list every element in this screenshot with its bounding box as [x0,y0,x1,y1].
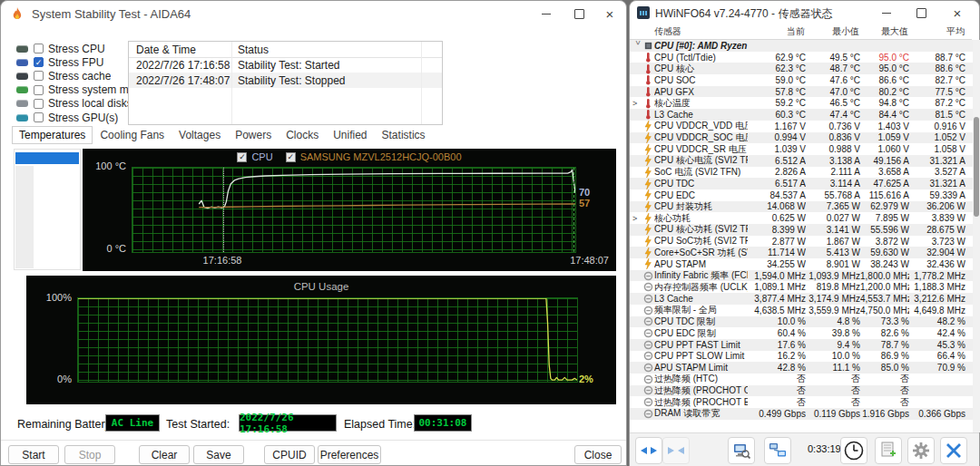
sensor-row[interactable]: CPU SOC59.0 °C47.6 °C86.6 °C82.7 °C [630,74,973,86]
sensor-row[interactable]: CPU 核心功耗 (SVI2 TFN)8.399 W3.141 W55.596 … [630,224,973,236]
stress-checkbox[interactable] [34,44,44,53]
sensor-row[interactable]: DRAM 读取带宽0.499 Gbps0.119 Gbps1.916 Gbps0… [630,408,973,420]
sensor-row[interactable]: >CPU [#0]: AMD Ryzen 7 6... [630,40,973,52]
stress-checkbox[interactable] [34,99,44,109]
collapse-arrow-icon[interactable]: > [633,41,642,51]
stress-checkbox[interactable]: ✓ [34,57,44,67]
remote-sensors-button[interactable] [764,437,791,464]
stress-option-row[interactable]: ✓Stress FPU [15,55,103,69]
legend-checkbox[interactable]: ✓ [286,152,296,162]
thermometer [642,98,653,109]
cpuid-button[interactable]: CPUID [264,445,315,464]
start-button[interactable]: Start [8,445,59,464]
sensor-row[interactable]: CPU PPT FAST Limit17.6 %9.4 %78.7 %45.3 … [630,339,973,351]
close-button[interactable]: Close [574,445,622,464]
minimize-icon[interactable] [873,4,900,22]
max-value: 55.596 W [860,225,909,235]
minimize-icon[interactable] [533,5,560,23]
sensor-row[interactable]: CPU 核心电流 (SVI2 TFN)6.512 A3.138 A49.156 … [630,155,973,167]
save-button[interactable]: Save [193,445,244,464]
min-value: 5.413 W [806,248,860,257]
stress-option-row[interactable]: Stress system memory [15,83,128,97]
scrollbar-track[interactable] [973,40,980,432]
sensor-row[interactable]: L3 Cache3,877.4 MHz3,174.9 MHz4,553.7 MH… [630,293,973,305]
expand-arrow-icon[interactable]: > [632,99,642,108]
sensor-row[interactable]: CPU TDC6.517 A3.114 A47.625 A31.321 A [630,178,973,189]
sensor-row[interactable]: CPU VDDCR_SR 电压 (SVI...1.039 V0.988 V1.0… [630,143,973,155]
tab-powers[interactable]: Powers [228,126,279,144]
avg-value: 48.2 % [909,316,965,326]
settings-button[interactable] [907,437,935,464]
expand-arrow-icon[interactable]: > [632,214,642,223]
sensor-row[interactable]: CPU VDDCR_VDD 电压 (S...1.167 V0.736 V1.40… [630,121,973,132]
exit-button[interactable] [940,437,967,464]
avg-value: 81.5 °C [909,110,965,120]
sensor-row[interactable]: CPU SoC功耗 (SVI2 TFN)2.877 W1.867 W3.872 … [630,236,973,248]
sensor-row[interactable]: CPU 封装功耗14.068 W7.365 W62.979 W36.206 W [630,201,973,213]
min-value: 39.8 % [806,328,860,338]
stress-option-row[interactable]: Stress cache [15,69,111,83]
avg-value: 3.527 A [909,167,965,177]
current-value: 59.0 °C [748,75,806,85]
max-value: 49.156 A [860,156,909,166]
logging-button[interactable] [875,437,902,464]
scrollbar-thumb[interactable] [974,117,979,217]
sensor-row[interactable]: CPU EDC84.537 A55.768 A115.616 A59.339 A [630,189,973,201]
collapse-columns-button[interactable] [662,437,690,464]
sensor-row[interactable]: CPU TDC 限制10.0 %4.8 %73.3 %48.2 % [630,316,973,328]
stress-option-row[interactable]: Stress local disks [15,97,128,111]
sensor-row[interactable]: CPU PPT SLOW Limit16.2 %10.0 %86.9 %66.4… [630,351,973,363]
sensor-row[interactable]: Infinity Fabric 频率 (FCLK)1,594.0 MHz1,09… [630,270,973,282]
sensor-row[interactable]: APU GFX57.8 °C47.0 °C80.2 °C77.5 °C [630,86,973,98]
min-value: 0.988 V [806,144,860,154]
sensor-row[interactable]: L3 Cache60.3 °C47.4 °C84.4 °C81.5 °C [630,109,973,121]
stop-button[interactable]: Stop [64,445,115,464]
sensor-row[interactable]: 频率限制 - 全局4,638.5 MHz3,559.9 MHz4,750.0 M… [630,305,973,316]
table-row[interactable]: 2022/7/26 17:16:58Stability Test: Starte… [129,57,442,73]
sensor-row[interactable]: 过热降频 (HTC)否否否 [630,374,973,385]
clear-button[interactable]: Clear [139,445,190,464]
current-value: 否 [748,396,806,409]
tab-clocks[interactable]: Clocks [279,126,326,144]
tab-statistics[interactable]: Statistics [375,126,433,144]
preferences-button[interactable]: Preferences [318,445,381,464]
table-row[interactable]: 2022/7/26 17:48:07Stability Test: Stoppe… [129,73,442,88]
gauge [642,351,653,362]
tab-voltages[interactable]: Voltages [172,126,228,144]
sensor-row[interactable]: APU STAPM34.255 W8.901 W38.243 W32.436 W [630,258,973,270]
stress-checkbox[interactable] [34,71,44,81]
tab-unified[interactable]: Unified [326,126,374,144]
sensor-row[interactable]: 过热降频 (PROCHOT CPU)否否否 [630,385,973,397]
sensor-row[interactable]: Core+SoC+SR 功耗 (SVI3 ...11.714 W5.413 W5… [630,247,973,258]
stress-option-row[interactable]: Stress GPU(s) [15,111,118,124]
maximize-icon[interactable] [565,5,593,23]
sensor-row[interactable]: CPU 核心62.3 °C48.7 °C95.0 °C88.6 °C [630,63,973,74]
sensor-row[interactable]: CPU (Tctl/Tdie)62.9 °C49.5 °C95.0 °C88.7… [630,52,973,63]
tab-cooling-fans[interactable]: Cooling Fans [93,126,172,144]
gauge [642,339,653,350]
avg-value: 82.7 °C [909,75,965,85]
tab-temperatures[interactable]: Temperatures [12,126,93,144]
sensor-row[interactable]: 过热降频 (PROCHOT EXT)否否否 [630,396,973,408]
sensor-row[interactable]: 内存控制器频率 (UCLK)1,089.1 MHz819.8 MHz1,200.… [630,281,973,293]
system-summary-button[interactable] [728,437,755,464]
stress-checkbox[interactable] [34,85,44,95]
stress-option-row[interactable]: Stress CPU [15,42,105,55]
clock-button[interactable] [840,437,867,464]
maximize-icon[interactable] [907,4,935,22]
min-value: 55.768 A [806,190,860,200]
current-value: 1,594.0 MHz [748,271,806,281]
selected-sensor-bar[interactable] [15,152,79,164]
sensor-row[interactable]: APU STAPM Limit42.8 %11.1 %85.0 %70.9 % [630,362,973,374]
log-datetime: 2022/7/26 17:16:58 [136,59,230,72]
sensor-row[interactable]: SoC 电流 (SVI2 TFN)2.826 A2.111 A3.658 A3.… [630,167,973,179]
close-icon[interactable]: × [596,5,623,23]
sensor-row[interactable]: CPU EDC 限制60.4 %39.8 %82.6 %42.4 % [630,327,973,339]
expand-columns-button[interactable] [635,437,662,464]
stress-checkbox[interactable] [34,112,44,122]
close-icon[interactable]: × [944,4,971,22]
legend-checkbox[interactable]: ✓ [237,152,247,162]
sensor-row[interactable]: >核心温度59.2 °C46.5 °C94.8 °C87.2 °C [630,97,973,109]
sensor-row[interactable]: >核心功耗0.625 W0.027 W7.895 W3.839 W [630,212,973,224]
sensor-row[interactable]: CPU VDDCR_SOC 电压 (S...0.994 V0.836 V1.05… [630,132,973,144]
